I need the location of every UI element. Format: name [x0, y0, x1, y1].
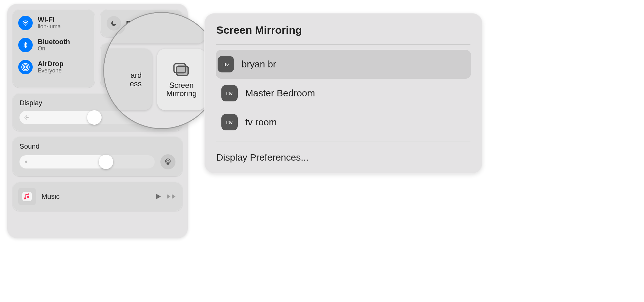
wifi-icon: [18, 16, 33, 30]
wifi-toggle[interactable]: Wi-Fi lion-luma: [18, 16, 89, 30]
moon-icon: [107, 16, 121, 31]
screen-mirroring-popover: Screen Mirroring tvbryan brtvMaster Be…: [204, 13, 482, 174]
airdrop-subtitle: Everyone: [38, 68, 64, 74]
device-name: bryan br: [242, 59, 276, 70]
appletv-icon: tv: [221, 114, 238, 130]
svg-rect-9: [22, 192, 32, 201]
music-controls: [154, 192, 177, 201]
appletv-icon: tv: [221, 85, 238, 101]
display-preferences-link[interactable]: Display Preferences...: [216, 146, 471, 164]
music-title: Music: [42, 192, 148, 201]
fast-forward-icon[interactable]: [166, 192, 177, 201]
svg-point-6: [26, 117, 28, 118]
bluetooth-icon: [18, 38, 33, 52]
connectivity-tile: Wi-Fi lion-luma Bluetooth On: [13, 9, 95, 88]
svg-point-2: [23, 65, 28, 69]
volume-low-icon: [24, 159, 30, 165]
sound-title: Sound: [19, 142, 175, 151]
device-name: Master Bedroom: [245, 88, 315, 99]
screen-mirroring-device[interactable]: tvtv room: [216, 108, 471, 137]
play-icon[interactable]: [154, 192, 162, 201]
screen-mirroring-title: Screen Mirroring: [216, 24, 471, 36]
bluetooth-title: Bluetooth: [38, 38, 70, 46]
magnified-screen-mirroring-tile: Screen Mirroring: [157, 48, 206, 110]
airdrop-title: AirDrop: [38, 60, 64, 68]
music-app-icon: [18, 188, 36, 205]
svg-rect-10: [176, 66, 188, 75]
device-name: tv room: [245, 117, 277, 128]
svg-point-1: [25, 66, 27, 68]
airplay-icon: [164, 158, 172, 166]
sound-section: Sound: [13, 137, 182, 176]
appletv-icon: tv: [218, 56, 234, 72]
music-tile[interactable]: Music: [13, 182, 182, 211]
airdrop-icon: [18, 60, 33, 74]
sound-volume-slider[interactable]: [19, 155, 155, 168]
svg-point-8: [167, 160, 169, 162]
mag-kb-top: ard: [130, 71, 142, 79]
mag-sm-bottom: Mirroring: [166, 89, 197, 98]
brightness-low-icon: [24, 115, 30, 120]
bluetooth-subtitle: On: [38, 46, 70, 52]
airplay-audio-button[interactable]: [160, 154, 175, 169]
mag-kb-bottom: ess: [130, 79, 142, 88]
divider: [216, 141, 470, 141]
svg-rect-11: [174, 64, 186, 73]
magnifier-callout: ard ess Screen Mirroring: [103, 12, 220, 129]
bluetooth-toggle[interactable]: Bluetooth On: [18, 38, 89, 52]
screen-mirroring-device[interactable]: tvMaster Bedroom: [216, 79, 471, 108]
screen-mirroring-icon: [171, 61, 192, 78]
mag-sm-top: Screen: [169, 81, 194, 89]
wifi-subtitle: lion-luma: [38, 24, 61, 30]
screen-mirroring-device[interactable]: tvbryan br: [216, 50, 471, 79]
wifi-title: Wi-Fi: [38, 16, 61, 24]
svg-point-0: [25, 25, 26, 26]
airdrop-toggle[interactable]: AirDrop Everyone: [18, 60, 89, 74]
svg-point-7: [165, 159, 170, 163]
divider: [216, 44, 470, 45]
